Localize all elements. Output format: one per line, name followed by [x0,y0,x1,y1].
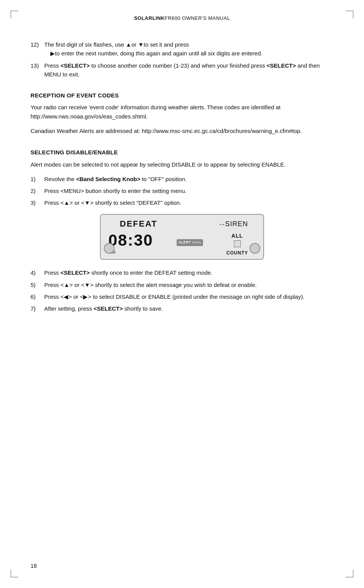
step-5: 5) Press <▲> or <▼> shortly to select th… [31,280,333,289]
step-2-text: Press <MENU> button shortly to enter the… [44,186,333,195]
numbered-list-12-13: 12) The first digit of six flashes, use … [31,40,333,79]
step-5-text: Press <▲> or <▼> shortly to select the a… [44,280,333,289]
display-time-col: 08:30 AM [108,232,153,256]
step-4: 4) Press <SELECT> shortly once to enter … [31,268,333,277]
display-defeat-label: DEFEAT [120,217,157,230]
item-13-num: 13) [31,61,44,70]
display-knob-right [250,243,260,254]
step-6: 6) Press <◀> or <▶> to select DISABLE or… [31,292,333,301]
list-item-12: 12) The first digit of six flashes, use … [31,40,333,58]
item-13-text: Press <SELECT> to choose another code nu… [44,61,333,79]
corner-mark-tr [346,11,353,18]
display-siren-sub: SIREN [192,241,201,244]
select-keyword-1: <SELECT> [61,62,90,69]
step-4-num: 4) [31,268,44,277]
model-name: FR600 OWNER'S MANUAL [164,15,230,21]
page-content: 12) The first digit of six flashes, use … [31,40,333,313]
lcd-display: DEFEAT --SIREN 08:30 AM ALERT SIREN [100,214,264,260]
display-alert-badge: ALERT SIREN [177,239,203,246]
section-heading-disable-enable: SELECTING DISABLE/ENABLE [31,148,333,157]
step4-select: <SELECT> [61,269,90,276]
step-6-text: Press <◀> or <▶> to select DISABLE or EN… [44,292,333,301]
step-7-num: 7) [31,304,44,313]
display-center-col: ALERT SIREN [177,239,203,247]
corner-mark-tl [11,11,18,18]
select-keyword-2: <SELECT> [267,62,296,69]
step-3-text: Press <▲> or <▼> shortly to select "DEFE… [44,198,333,207]
item-12-num: 12) [31,40,44,49]
section1-para1: Your radio can receive 'event code' info… [31,103,333,121]
step7-select: <SELECT> [93,305,123,312]
list-item-13: 13) Press <SELECT> to choose another cod… [31,61,333,79]
step-7: 7) After setting, press <SELECT> shortly… [31,304,333,313]
step-1-text: Revolve the <Band Selecting Knob> to "OF… [44,175,333,183]
corner-mark-bl [11,570,18,577]
display-time: 08:30 [108,232,153,248]
step-1-num: 1) [31,175,44,183]
display-county: COUNTY [226,249,248,257]
section1-para2: Canadian Weather Alerts are addressed at… [31,126,333,136]
page-header: SOLARLINKFR600 OWNER'S MANUAL [31,15,333,21]
display-siren-label: --SIREN [219,219,248,230]
band-selecting-knob: <Band Selecting Knob> [76,176,140,182]
display-all: ALL [232,232,243,240]
step-7-text: After setting, press <SELECT> shortly to… [44,304,333,313]
section2-intro: Alert modes can be selected to not appea… [31,160,333,169]
steps-1-3: 1) Revolve the <Band Selecting Knob> to … [31,175,333,207]
section-heading-reception: RECEPTION OF EVENT CODES [31,91,333,100]
step-3: 3) Press <▲> or <▼> shortly to select "D… [31,198,333,207]
display-mid-row: 08:30 AM ALERT SIREN ALL COUNTY [108,231,256,256]
step-1: 1) Revolve the <Band Selecting Knob> to … [31,175,333,183]
display-checkbox [234,240,241,247]
page-number: 18 [31,562,37,569]
step-2: 2) Press <MENU> button shortly to enter … [31,186,333,195]
item-12-indent: ▶to enter the next number, doing this ag… [44,49,333,58]
corner-mark-br [346,570,353,577]
display-right-col: ALL COUNTY [226,231,248,256]
brand-name: SOLARLINK [134,15,164,21]
step-6-num: 6) [31,292,44,301]
display-siren-text: SIREN [225,219,248,230]
page: SOLARLINKFR600 OWNER'S MANUAL 12) The fi… [0,0,364,588]
step-3-num: 3) [31,198,44,207]
step-5-num: 5) [31,280,44,289]
steps-4-7: 4) Press <SELECT> shortly once to enter … [31,268,333,313]
dash-prefix: -- [219,220,225,229]
step-2-num: 2) [31,186,44,195]
step-4-text: Press <SELECT> shortly once to enter the… [44,268,333,277]
item-12-text: The first digit of six flashes, use ▲or … [44,40,333,58]
display-top-row: DEFEAT --SIREN [108,217,256,230]
